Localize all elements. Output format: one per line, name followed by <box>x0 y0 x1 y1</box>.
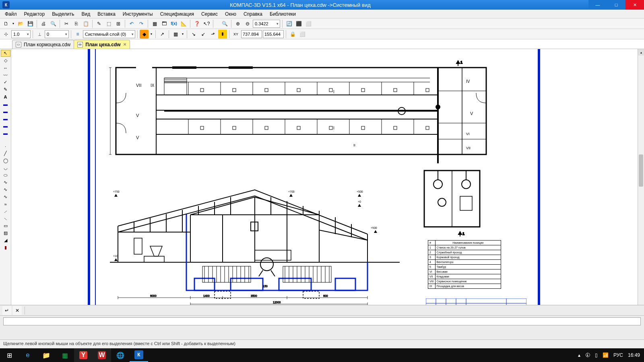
tool-d[interactable]: ▦ <box>150 19 159 28</box>
task-yandex[interactable]: Y <box>74 348 93 362</box>
grid-button[interactable]: ▦ <box>171 30 180 39</box>
tool-g[interactable]: ❓ <box>192 19 201 28</box>
scroll-up-icon[interactable]: ▴ <box>638 49 644 56</box>
tray-lang[interactable]: РУС <box>613 352 623 358</box>
tool-circle[interactable]: ◯ <box>1 157 10 164</box>
grid-drop[interactable]: ▾ <box>181 30 185 39</box>
tab-kormoceha[interactable]: ▭ План кормоцеха.cdw <box>12 40 74 49</box>
tool-spline[interactable]: ∿ <box>1 179 10 186</box>
coord-y-input[interactable] <box>263 30 284 38</box>
print-button[interactable]: 🖨 <box>39 19 48 28</box>
tool-rect[interactable]: ▭ <box>1 222 10 229</box>
coord-x-input[interactable] <box>241 30 262 38</box>
tool-t1[interactable]: ▬ <box>1 101 10 107</box>
tool-geom[interactable]: ◇ <box>1 57 10 64</box>
tab-close-icon[interactable]: ✕ <box>123 42 126 47</box>
tool-text[interactable]: A <box>1 93 10 100</box>
tray-battery-icon[interactable]: ▯ <box>595 352 598 358</box>
k7[interactable]: ⬜ <box>298 30 307 39</box>
color-button[interactable]: ◆ <box>140 30 149 39</box>
k1[interactable]: ↗ <box>158 30 167 39</box>
tool-edit[interactable]: ✎ <box>1 86 10 93</box>
tool-s5[interactable]: ⟋ <box>1 208 10 215</box>
undo-button[interactable]: ↶ <box>127 19 136 28</box>
menu-insert[interactable]: Вставка <box>94 10 119 18</box>
tool-dim[interactable]: ↔ <box>1 64 10 71</box>
task-word[interactable]: W <box>93 348 111 362</box>
tool-t3[interactable]: ▬ <box>1 115 10 122</box>
help-button[interactable]: ↖? <box>202 19 211 28</box>
zoom-out-button[interactable]: ⊖ <box>243 19 252 28</box>
tray-action-icon[interactable]: 🛈 <box>585 352 590 358</box>
layers-button[interactable]: ≡ <box>73 30 82 39</box>
k6[interactable]: 🔒 <box>288 30 297 39</box>
zoom-in-button[interactable]: ⊕ <box>233 19 242 28</box>
task-explorer[interactable]: 📁 <box>37 348 56 362</box>
command-input[interactable] <box>3 317 641 325</box>
tool-s2[interactable]: ∿ <box>1 186 10 193</box>
tool-fx[interactable]: f(x) <box>169 19 178 28</box>
tool-s7[interactable]: ◢ <box>1 237 10 244</box>
tool-s8[interactable]: ▮ <box>1 244 10 251</box>
menu-spec[interactable]: Спецификация <box>157 10 197 18</box>
tool-hatch[interactable]: ▨ <box>1 230 10 237</box>
tab-ceha[interactable]: ▭ План цеха.cdw ✕ <box>74 40 130 49</box>
tool-point[interactable]: · <box>1 143 10 150</box>
ortho-button[interactable]: ⟂ <box>35 30 44 39</box>
snap-button[interactable]: ⊹ <box>2 30 10 39</box>
copy-button[interactable]: ⎘ <box>72 19 80 28</box>
menu-editor[interactable]: Редактор <box>21 10 48 18</box>
k2[interactable]: ↘ <box>189 30 198 39</box>
menu-tools[interactable]: Инструменты <box>120 10 156 18</box>
open-button[interactable]: 📂 <box>16 19 25 28</box>
new-dropdown[interactable]: ▾ <box>11 19 15 28</box>
tray-time[interactable]: 16:49 <box>628 352 640 358</box>
menu-select[interactable]: Выделить <box>49 10 77 18</box>
canvas-area[interactable]: 1 12000 VII IX V V I I II IV V VI VII <box>11 49 644 319</box>
tool-b[interactable]: ⬚ <box>104 19 113 28</box>
minimize-button[interactable]: — <box>588 0 607 10</box>
menu-help[interactable]: Справка <box>240 10 266 18</box>
menu-file[interactable]: Файл <box>2 10 20 18</box>
redo-button[interactable]: ↷ <box>137 19 146 28</box>
task-ie[interactable]: e <box>19 348 37 362</box>
tool-h[interactable]: 🔄 <box>285 19 293 28</box>
task-excel[interactable]: ▦ <box>56 348 74 362</box>
close-button[interactable]: ✕ <box>625 0 644 10</box>
k5[interactable]: ⬍ <box>218 30 227 39</box>
menu-service[interactable]: Сервис <box>198 10 221 18</box>
tool-rough[interactable]: ✓ <box>1 79 10 86</box>
paste-button[interactable]: 📋 <box>81 19 90 28</box>
tool-arc[interactable]: ◡ <box>1 165 10 171</box>
tool-c[interactable]: ⊞ <box>114 19 123 28</box>
menu-libraries[interactable]: Библиотеки <box>266 10 299 18</box>
tool-t5[interactable]: ▬ <box>1 130 10 136</box>
tool-f[interactable]: 📐 <box>179 19 188 28</box>
tray-wifi-icon[interactable]: 📶 <box>603 352 609 358</box>
maximize-button[interactable]: □ <box>607 0 625 10</box>
tool-t4[interactable]: ▬ <box>1 122 10 129</box>
tool-s6[interactable]: ⟍ <box>1 215 10 222</box>
k4[interactable]: ⬏ <box>208 30 217 39</box>
cut-button[interactable]: ✂ <box>62 19 71 28</box>
tool-j[interactable]: ⬜ <box>304 19 313 28</box>
angle-combo[interactable]: 0 <box>45 30 69 38</box>
scroll-thumb[interactable] <box>639 154 643 187</box>
tool-a[interactable]: ✎ <box>95 19 103 28</box>
prop-t2[interactable]: ✕ <box>13 306 22 315</box>
tool-wave[interactable]: 〰 <box>1 72 10 78</box>
tool-t2[interactable]: ▬ <box>1 108 10 115</box>
zoom-combo[interactable]: 0.3422 <box>253 20 280 28</box>
tool-e[interactable]: 🗔 <box>160 19 169 28</box>
layer-combo[interactable]: Системный слой (0) <box>83 30 135 38</box>
tool-s4[interactable]: ≈ <box>1 201 10 208</box>
tool-i[interactable]: ⬛ <box>294 19 303 28</box>
vertical-scrollbar[interactable]: ▴ ▾ <box>638 49 644 312</box>
step-combo[interactable]: 1.0 <box>11 30 31 38</box>
start-button[interactable]: ⊞ <box>0 348 19 362</box>
tool-select[interactable]: ↖ <box>1 50 10 57</box>
color-drop[interactable]: ▾ <box>149 30 153 39</box>
tool-line[interactable]: ╱ <box>1 150 10 157</box>
preview-button[interactable]: 🔍 <box>49 19 58 28</box>
k3[interactable]: ↙ <box>199 30 208 39</box>
